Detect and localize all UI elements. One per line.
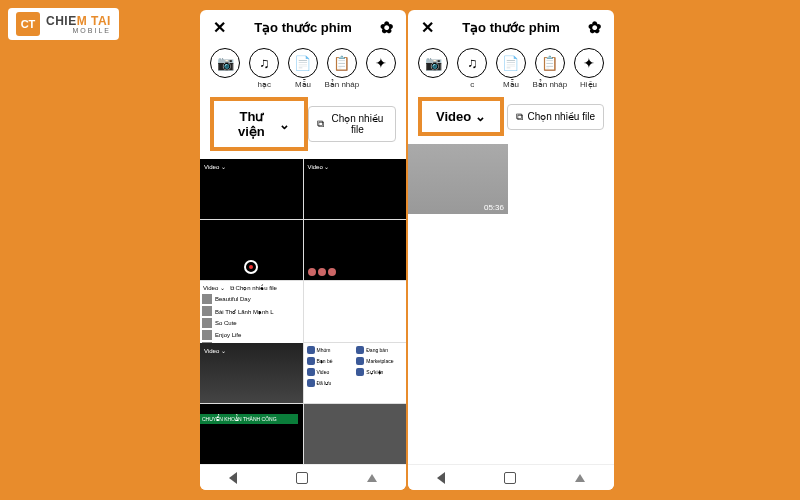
effects-icon: ✦ bbox=[574, 48, 604, 78]
brand-logo: CT CHIEM TAI MOBILE bbox=[8, 8, 119, 40]
mode-camera[interactable]: 📷 bbox=[415, 48, 451, 89]
gear-icon[interactable]: ✿ bbox=[586, 18, 604, 36]
close-icon[interactable]: ✕ bbox=[210, 18, 228, 36]
template-icon: 📄 bbox=[496, 48, 526, 78]
copy-icon: ⧉ bbox=[317, 118, 324, 130]
gallery-thumbnail[interactable]: Mhóm Đang bán Bạn bè Marketplace Video S… bbox=[304, 343, 407, 403]
draft-icon: 📋 bbox=[535, 48, 565, 78]
nav-recent-icon[interactable] bbox=[367, 474, 377, 482]
page-title: Tạo thước phim bbox=[462, 20, 560, 35]
chevron-down-icon: ⌄ bbox=[279, 117, 290, 132]
nav-back-icon[interactable] bbox=[437, 472, 445, 484]
multi-select-button[interactable]: ⧉Chọn nhiều file bbox=[507, 104, 604, 130]
music-icon: ♫ bbox=[249, 48, 279, 78]
mode-template[interactable]: 📄Mẫu bbox=[493, 48, 529, 89]
camera-icon: 📷 bbox=[418, 48, 448, 78]
video-duration: 05:36 bbox=[484, 203, 504, 212]
video-gallery[interactable]: 05:36 bbox=[408, 144, 614, 464]
music-icon: ♫ bbox=[457, 48, 487, 78]
mode-template[interactable]: 📄Mẫu bbox=[285, 48, 321, 89]
logo-icon: CT bbox=[16, 12, 40, 36]
gallery-thumbnail[interactable] bbox=[304, 281, 407, 342]
mode-draft[interactable]: 📋Bản nháp bbox=[324, 48, 360, 89]
gallery-thumbnail[interactable] bbox=[200, 220, 303, 280]
gallery-thumbnail[interactable]: Video ⌄ bbox=[200, 159, 303, 219]
gear-icon[interactable]: ✿ bbox=[378, 18, 396, 36]
video-thumbnail[interactable]: 05:36 bbox=[408, 144, 508, 214]
mode-effects[interactable]: ✦Hiệu bbox=[571, 48, 607, 89]
mode-icon-row: 📷 ♫hạc 📄Mẫu 📋Bản nháp ✦ bbox=[200, 44, 406, 91]
page-title: Tạo thước phim bbox=[254, 20, 352, 35]
phone-screenshot-1: ✕ Tạo thước phim ✿ 📷 ♫hạc 📄Mẫu 📋Bản nháp… bbox=[200, 10, 406, 490]
success-banner: CHUYỂN KHOẢN THÀNH CÔNG bbox=[200, 414, 298, 424]
mode-camera[interactable]: 📷 bbox=[207, 48, 243, 89]
system-navbar bbox=[408, 464, 614, 490]
gallery-thumbnail[interactable] bbox=[304, 404, 407, 464]
video-dropdown[interactable]: Video⌄ bbox=[418, 97, 504, 136]
nav-home-icon[interactable] bbox=[296, 472, 308, 484]
nav-back-icon[interactable] bbox=[229, 472, 237, 484]
media-gallery[interactable]: Video ⌄ Video ⌄ Video ⌄ ⧉ Chọn nhiều fil… bbox=[200, 159, 406, 464]
multi-select-button[interactable]: ⧉Chọn nhiều file bbox=[308, 106, 396, 142]
effects-icon: ✦ bbox=[366, 48, 396, 78]
mode-draft[interactable]: 📋Bản nháp bbox=[532, 48, 568, 89]
system-navbar bbox=[200, 464, 406, 490]
camera-icon: 📷 bbox=[210, 48, 240, 78]
nav-home-icon[interactable] bbox=[504, 472, 516, 484]
gallery-thumbnail[interactable]: CHUYỂN KHOẢN THÀNH CÔNG bbox=[200, 404, 303, 464]
logo-main-text: CHIEM TAI bbox=[46, 15, 111, 27]
mode-icon-row: 📷 ♫c 📄Mẫu 📋Bản nháp ✦Hiệu bbox=[408, 44, 614, 91]
library-dropdown[interactable]: Thư viện⌄ bbox=[210, 97, 308, 151]
close-icon[interactable]: ✕ bbox=[418, 18, 436, 36]
gallery-thumbnail[interactable]: Video ⌄ ⧉ Chọn nhiều file Beautiful Day … bbox=[200, 281, 303, 342]
category-grid: Mhóm Đang bán Bạn bè Marketplace Video S… bbox=[304, 343, 407, 390]
logo-sub-text: MOBILE bbox=[46, 27, 111, 34]
phone-screenshot-2: ✕ Tạo thước phim ✿ 📷 ♫c 📄Mẫu 📋Bản nháp ✦… bbox=[408, 10, 614, 490]
mode-music[interactable]: ♫c bbox=[454, 48, 490, 89]
gallery-thumbnail[interactable]: Video ⌄ bbox=[200, 343, 303, 403]
template-icon: 📄 bbox=[288, 48, 318, 78]
mode-music[interactable]: ♫hạc bbox=[246, 48, 282, 89]
chevron-down-icon: ⌄ bbox=[475, 109, 486, 124]
nav-recent-icon[interactable] bbox=[575, 474, 585, 482]
gallery-thumbnail[interactable] bbox=[304, 220, 407, 280]
draft-icon: 📋 bbox=[327, 48, 357, 78]
copy-icon: ⧉ bbox=[516, 111, 523, 123]
gallery-thumbnail[interactable]: Video ⌄ bbox=[304, 159, 407, 219]
mode-effects[interactable]: ✦ bbox=[363, 48, 399, 89]
